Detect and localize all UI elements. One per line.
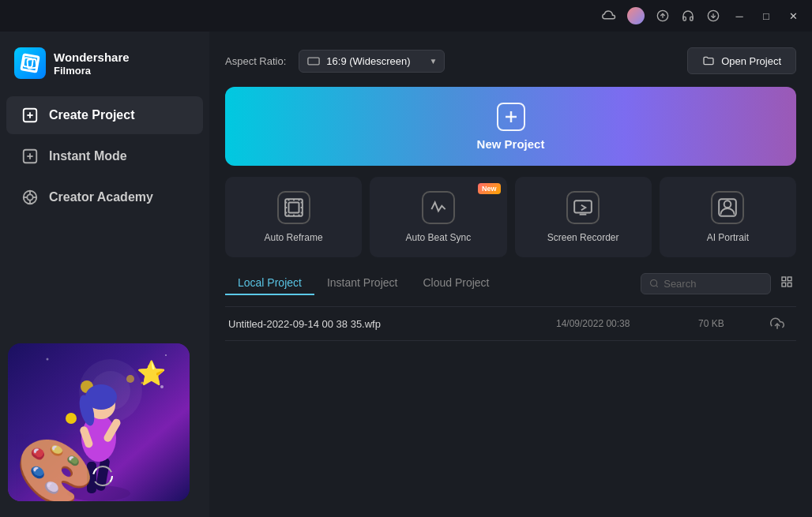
sidebar-item-create-project-label: Create Project (49, 108, 135, 122)
sidebar-item-instant-mode-label: Instant Mode (49, 149, 127, 163)
svg-rect-29 (87, 462, 96, 493)
sidebar-illustration (0, 335, 209, 509)
project-name: Untitled-2022-09-14 00 38 35.wfp (228, 318, 556, 330)
upload-icon[interactable] (656, 9, 670, 23)
titlebar-icons (602, 7, 720, 24)
tab-instant-project[interactable]: Instant Project (314, 272, 411, 295)
project-size: 70 KB (698, 318, 761, 329)
project-upload-button[interactable] (761, 317, 793, 331)
auto-reframe-icon (277, 191, 310, 224)
sidebar-item-creator-academy-label: Creator Academy (49, 190, 153, 204)
svg-point-37 (66, 413, 77, 424)
new-project-label: New Project (477, 137, 545, 151)
grid-icon (780, 275, 793, 288)
tab-local-project[interactable]: Local Project (225, 272, 314, 295)
tab-cloud-project[interactable]: Cloud Project (410, 272, 502, 295)
svg-rect-43 (285, 199, 303, 216)
svg-point-59 (724, 200, 731, 208)
folder-icon (702, 54, 715, 67)
sidebar: Wondershare Filmora Create Project (0, 32, 209, 517)
aspect-ratio-select[interactable]: 16:9 (Widescreen) (299, 50, 445, 73)
svg-point-27 (126, 375, 134, 383)
aspect-ratio-label: Aspect Ratio: (225, 55, 286, 67)
sidebar-item-instant-mode[interactable]: Instant Mode (6, 137, 203, 175)
open-project-button[interactable]: Open Project (687, 47, 796, 74)
ai-portrait-label: AI Portrait (707, 232, 749, 243)
main-content: Aspect Ratio: 16:9 (Widescreen) ▼ Open P… (209, 32, 812, 517)
creator-academy-icon (21, 188, 39, 207)
svg-point-22 (47, 358, 49, 361)
project-date: 14/09/2022 00:38 (556, 318, 698, 329)
svg-line-62 (656, 285, 657, 287)
svg-point-20 (141, 382, 144, 384)
svg-point-61 (651, 279, 657, 286)
auto-reframe-label: Auto Reframe (265, 232, 323, 243)
projects-header: Local Project Instant Project Cloud Proj… (225, 272, 796, 295)
svg-rect-65 (782, 283, 786, 287)
svg-rect-64 (788, 277, 791, 281)
new-project-banner[interactable]: New Project (225, 87, 796, 166)
svg-point-19 (148, 365, 152, 369)
app-body: Wondershare Filmora Create Project (0, 32, 812, 517)
titlebar: ─ □ ✕ (0, 0, 812, 32)
screen-recorder-icon (566, 191, 600, 224)
feature-card-auto-reframe[interactable]: Auto Reframe (225, 177, 362, 257)
grid-view-button[interactable] (777, 272, 796, 294)
svg-rect-5 (27, 59, 36, 69)
close-button[interactable]: ✕ (782, 5, 804, 27)
svg-rect-4 (23, 58, 32, 67)
sidebar-item-create-project[interactable]: Create Project (6, 96, 203, 134)
feature-cards: Auto Reframe New Auto Beat Sync (225, 177, 796, 257)
auto-beat-sync-icon (422, 191, 455, 224)
svg-point-13 (27, 194, 32, 200)
sidebar-item-creator-academy[interactable]: Creator Academy (6, 178, 203, 216)
feature-card-screen-recorder[interactable]: Screen Recorder (515, 177, 652, 257)
svg-rect-63 (782, 277, 786, 281)
instant-mode-icon (21, 147, 39, 166)
feature-card-auto-beat-sync[interactable]: New Auto Beat Sync (370, 177, 506, 257)
upload-cloud-icon (770, 317, 784, 331)
svg-point-21 (160, 385, 164, 388)
screen-recorder-label: Screen Recorder (547, 232, 619, 243)
table-row[interactable]: Untitled-2022-09-14 00 38 35.wfp 14/09/2… (225, 307, 796, 341)
search-icon (649, 278, 659, 289)
app-logo-icon (14, 47, 46, 79)
feature-card-ai-portrait[interactable]: AI Portrait (660, 177, 796, 257)
sidebar-art (8, 343, 190, 501)
project-list: Untitled-2022-09-14 00 38 35.wfp 14/09/2… (225, 306, 796, 341)
user-avatar[interactable] (627, 7, 645, 24)
logo-text: Wondershare Filmora (54, 51, 130, 77)
new-project-icon (497, 103, 525, 131)
top-bar: Aspect Ratio: 16:9 (Widescreen) ▼ Open P… (225, 47, 796, 74)
cloud-icon[interactable] (602, 9, 616, 23)
svg-point-23 (165, 354, 167, 356)
new-badge: New (478, 183, 501, 194)
ai-portrait-icon (711, 191, 744, 224)
svg-rect-44 (288, 203, 299, 213)
search-input[interactable] (664, 278, 762, 290)
logo-area: Wondershare Filmora (0, 39, 209, 95)
minimize-button[interactable]: ─ (728, 5, 750, 27)
app-subname: Filmora (54, 65, 130, 77)
plus-icon (502, 107, 521, 126)
headset-icon[interactable] (681, 9, 695, 23)
aspect-ratio-wrapper: 16:9 (Widescreen) ▼ (299, 50, 445, 73)
auto-beat-sync-label: Auto Beat Sync (406, 232, 472, 243)
download-icon[interactable] (706, 9, 720, 23)
svg-rect-40 (308, 58, 319, 65)
window-controls: ─ □ ✕ (728, 5, 804, 27)
svg-rect-66 (788, 283, 791, 287)
create-project-icon (21, 106, 39, 125)
maximize-button[interactable]: □ (755, 5, 777, 27)
aspect-ratio-icon (307, 57, 320, 66)
search-box (641, 273, 771, 294)
app-name: Wondershare (54, 51, 130, 65)
